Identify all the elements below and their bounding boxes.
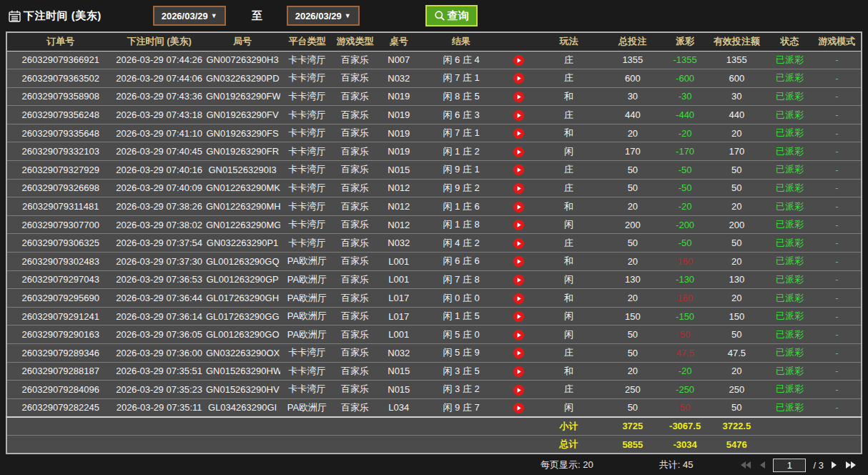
game-mode-cell: - [813, 87, 862, 106]
play-video-icon[interactable] [513, 73, 524, 84]
platform-type-cell: 卡卡湾厅 [280, 87, 333, 106]
game-type-cell: 百家乐 [334, 307, 377, 325]
payout-cell: 160 [664, 253, 706, 271]
valid-bet-cell: 47.5 [706, 344, 766, 363]
play-video-icon[interactable] [513, 183, 524, 194]
bet-time-cell: 2026-03-29 07:38:26 [114, 197, 204, 216]
date-from-picker[interactable]: 2026/03/29 ▼ [153, 6, 226, 26]
round-number-cell: GN012263290MG [204, 215, 280, 234]
play-video-icon[interactable] [513, 220, 524, 230]
game-mode-cell: - [813, 197, 862, 216]
result-cell: 闲 6 庄 4 [421, 51, 501, 69]
video-cell [501, 362, 536, 381]
status-cell: 已派彩 [766, 234, 812, 253]
play-type-cell: 闲 [536, 398, 601, 417]
status-cell: 已派彩 [766, 106, 812, 124]
bet-time-cell: 2026-03-29 07:37:30 [114, 253, 204, 271]
platform-type-cell: PA欧洲厅 [280, 307, 333, 325]
play-video-icon[interactable] [513, 128, 524, 139]
play-video-icon[interactable] [513, 385, 524, 396]
order-number-cell: 260329079307700 [6, 215, 114, 234]
play-video-icon[interactable] [513, 256, 524, 267]
table-row: 260329079302483 2026-03-29 07:37:30 GL00… [6, 253, 862, 271]
order-number-cell: 260329079327929 [6, 161, 114, 180]
game-mode-cell: - [813, 398, 862, 417]
status-cell: 已派彩 [766, 124, 812, 142]
bet-time-cell: 2026-03-29 07:40:09 [114, 179, 204, 197]
play-video-icon[interactable] [513, 348, 524, 358]
table-number-cell: N015 [377, 161, 421, 180]
platform-type-cell: 卡卡湾厅 [280, 197, 333, 216]
header-valid-bet: 有效投注额 [706, 32, 766, 51]
table-number-cell: N007 [377, 51, 421, 69]
bet-time-cell: 2026-03-29 07:36:05 [114, 325, 204, 344]
video-cell [501, 142, 536, 161]
play-video-icon[interactable] [513, 238, 524, 249]
valid-bet-cell: 150 [706, 307, 766, 325]
calendar-icon [9, 10, 21, 22]
play-video-icon[interactable] [513, 147, 524, 157]
round-number-cell: GN015263290HW [204, 362, 280, 381]
table-row: 260329079290163 2026-03-29 07:36:05 GL00… [6, 325, 862, 344]
total-bet-cell: 1355 [602, 51, 664, 69]
platform-type-cell: 卡卡湾厅 [280, 69, 333, 88]
round-number-cell: GL017263290GG [204, 307, 280, 325]
play-video-icon[interactable] [513, 330, 524, 341]
bet-time-cell: 2026-03-29 07:36:00 [114, 344, 204, 363]
order-number-cell: 260329079291241 [6, 307, 114, 325]
play-video-icon[interactable] [513, 275, 524, 285]
game-mode-cell: - [813, 124, 862, 142]
game-type-cell: 百家乐 [334, 161, 377, 180]
table-number-cell: L001 [377, 270, 421, 289]
first-page-icon[interactable] [740, 461, 751, 469]
game-mode-cell: - [813, 106, 862, 124]
play-video-icon[interactable] [513, 311, 524, 322]
table-row: 260329079284096 2026-03-29 07:35:23 GN01… [6, 381, 862, 399]
payout-cell: -30 [664, 87, 706, 106]
table-row: 260329079366921 2026-03-29 07:44:26 GN00… [6, 51, 862, 69]
game-type-cell: 百家乐 [334, 289, 377, 308]
video-cell [501, 87, 536, 106]
play-video-icon[interactable] [513, 293, 524, 304]
date-to-picker[interactable]: 2026/03/29 ▼ [287, 6, 360, 26]
play-video-icon[interactable] [513, 110, 524, 121]
query-button[interactable]: 查询 [425, 5, 478, 26]
table-row: 260329079297043 2026-03-29 07:36:53 GL00… [6, 270, 862, 289]
video-cell [501, 179, 536, 197]
bet-time-cell: 2026-03-29 07:35:23 [114, 381, 204, 399]
game-type-cell: 百家乐 [334, 253, 377, 271]
next-page-icon[interactable] [831, 461, 838, 469]
bet-time-cell: 2026-03-29 07:36:14 [114, 307, 204, 325]
play-type-cell: 庄 [536, 106, 601, 124]
valid-bet-cell: 1355 [706, 51, 766, 69]
payout-cell: -20 [664, 362, 706, 381]
status-cell: 已派彩 [766, 179, 812, 197]
status-cell: 已派彩 [766, 161, 812, 180]
play-type-cell: 和 [536, 289, 601, 308]
table-number-cell: N019 [377, 87, 421, 106]
order-number-cell: 260329079295690 [6, 289, 114, 308]
round-number-cell: GN015263290I3 [204, 161, 280, 180]
prev-page-icon[interactable] [759, 461, 766, 469]
table-row: 260329079358908 2026-03-29 07:43:36 GN01… [6, 87, 862, 106]
platform-type-cell: 卡卡湾厅 [280, 106, 333, 124]
platform-type-cell: PA欧洲厅 [280, 270, 333, 289]
total-pages-value: 3 [819, 460, 824, 471]
date-to-value: 2026/03/29 [295, 11, 342, 21]
status-cell: 已派彩 [766, 69, 812, 88]
play-video-icon[interactable] [513, 366, 524, 377]
total-bet-cell: 50 [602, 179, 664, 197]
play-video-icon[interactable] [513, 165, 524, 175]
last-page-icon[interactable] [845, 461, 857, 469]
play-video-icon[interactable] [513, 55, 524, 66]
play-video-icon[interactable] [513, 92, 524, 102]
order-number-cell: 260329079326698 [6, 179, 114, 197]
play-video-icon[interactable] [513, 403, 524, 413]
play-video-icon[interactable] [513, 202, 524, 212]
page-number-input[interactable] [773, 459, 806, 472]
bet-time-cell: 2026-03-29 07:40:45 [114, 142, 204, 161]
table-row: 260329079335648 2026-03-29 07:41:10 GN01… [6, 124, 862, 142]
result-cell: 闲 8 庄 5 [421, 87, 501, 106]
result-cell: 闲 4 庄 2 [421, 234, 501, 253]
video-cell [501, 289, 536, 308]
